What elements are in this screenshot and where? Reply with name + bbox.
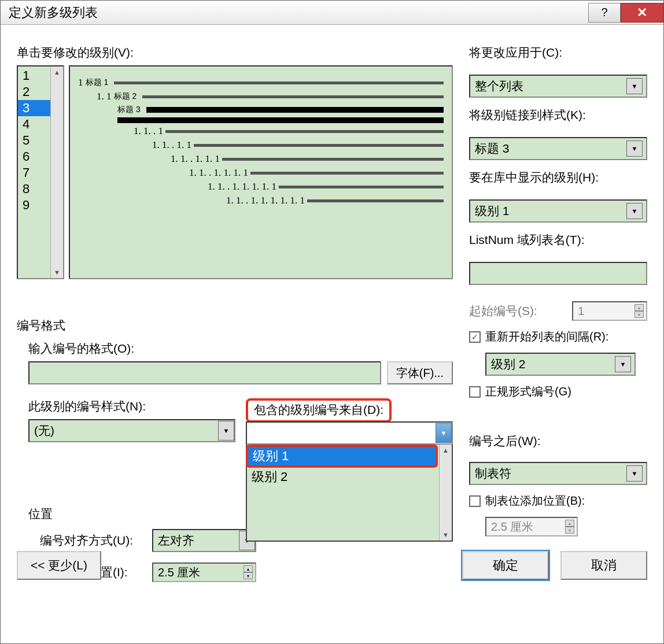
scroll-up-icon[interactable]: ▲ xyxy=(440,445,452,456)
include-from-select[interactable]: ▼ xyxy=(246,421,453,445)
apply-to-label: 将更改应用于(C): xyxy=(469,45,647,61)
follow-value: 制表符 xyxy=(475,465,511,482)
listnum-input[interactable] xyxy=(469,262,647,285)
preview-line: 1. 1. . 1. 1. 1 xyxy=(78,153,444,165)
legal-label: 正规形式编号(G) xyxy=(485,384,571,399)
dialog-title: 定义新多级列表 xyxy=(9,4,588,21)
tab-add-label: 制表位添加位置(B): xyxy=(485,493,585,509)
preview-line: 1. 1. . 1. 1. 1. 1. 1 xyxy=(78,181,444,193)
dropdown-option[interactable]: 级别 2 xyxy=(247,468,439,486)
preview-line: 1. 1. . 1. 1. 1. 1. 1. 1 xyxy=(78,195,444,206)
level-item[interactable]: 7 xyxy=(18,165,50,181)
cancel-button[interactable]: 取消 xyxy=(560,551,647,580)
ok-button[interactable]: 确定 xyxy=(462,551,549,580)
restart-checkbox[interactable]: ✓ xyxy=(469,331,481,343)
level-item[interactable]: 5 xyxy=(18,132,50,149)
restart-level-value: 级别 2 xyxy=(491,356,526,372)
start-at-spinner[interactable]: 1 ▲ ▼ xyxy=(572,301,647,321)
spin-up-icon[interactable]: ▲ xyxy=(635,304,644,311)
preview-pane: 1标题 11. 1标题 2标题 31. 1. . 11. 1. . 1. 11.… xyxy=(69,65,453,279)
link-style-label: 将级别链接到样式(K): xyxy=(469,107,647,123)
tab-add-spinner[interactable]: 2.5 厘米 ▲ ▼ xyxy=(485,517,578,536)
preview-line: 标题 3 xyxy=(78,105,444,115)
dropdown-arrow-icon: ▼ xyxy=(626,140,643,157)
titlebar: 定义新多级列表 ? ✕ xyxy=(1,1,663,25)
close-button[interactable]: ✕ xyxy=(621,3,663,23)
level-item[interactable]: 4 xyxy=(18,116,50,132)
level-item[interactable]: 2 xyxy=(18,84,50,100)
dropdown-arrow-icon: ▼ xyxy=(626,203,643,219)
link-style-select[interactable]: 标题 3 ▼ xyxy=(469,137,647,160)
restart-level-select[interactable]: 级别 2 ▼ xyxy=(485,353,636,376)
number-format-section-title: 编号格式 xyxy=(17,317,453,334)
gallery-level-select[interactable]: 级别 1 ▼ xyxy=(469,199,647,223)
apply-to-select[interactable]: 整个列表 ▼ xyxy=(469,75,647,98)
level-item[interactable]: 9 xyxy=(18,197,50,213)
level-list[interactable]: 123456789 ▲ ▼ xyxy=(17,65,64,279)
preview-line xyxy=(78,117,444,123)
dropdown-arrow-icon: ▼ xyxy=(626,78,643,94)
start-at-value: 1 xyxy=(578,305,584,318)
enter-format-label: 输入编号的格式(O): xyxy=(28,340,453,357)
include-from-highlight: 包含的级别编号来自(D): xyxy=(246,398,392,423)
dialog-define-multilevel-list: 定义新多级列表 ? ✕ 单击要修改的级别(V): 123456789 ▲ ▼ 1… xyxy=(0,0,664,644)
help-button[interactable]: ? xyxy=(588,3,621,23)
level-item[interactable]: 6 xyxy=(18,149,50,165)
gallery-level-label: 要在库中显示的级别(H): xyxy=(469,169,647,186)
start-at-label: 起始编号(S): xyxy=(469,303,566,319)
dropdown-arrow-icon: ▼ xyxy=(218,421,234,441)
align-value: 左对齐 xyxy=(158,532,194,549)
dropdown-arrow-icon: ▼ xyxy=(436,423,452,443)
follow-label: 编号之后(W): xyxy=(469,433,647,449)
include-from-label: 包含的级别编号来自(D): xyxy=(254,402,383,418)
dropdown-arrow-icon: ▼ xyxy=(615,356,631,372)
preview-line: 1. 1. . 1. 1 xyxy=(78,139,444,151)
spin-up-icon[interactable]: ▲ xyxy=(565,520,574,527)
preview-line: 1. 1. . 1. 1. 1. 1 xyxy=(78,167,444,179)
follow-select[interactable]: 制表符 ▼ xyxy=(469,462,647,485)
level-item[interactable]: 8 xyxy=(18,181,50,197)
align-label: 编号对齐方式(U): xyxy=(40,532,144,549)
scroll-down-icon[interactable]: ▼ xyxy=(440,529,452,541)
preview-line: 1标题 1 xyxy=(78,77,444,88)
listnum-label: ListNum 域列表名(T): xyxy=(469,232,647,248)
font-button[interactable]: 字体(F)... xyxy=(387,361,453,384)
scroll-down-icon[interactable]: ▼ xyxy=(51,267,63,278)
level-item[interactable]: 3 xyxy=(18,100,50,116)
dropdown-option[interactable]: 级别 1 xyxy=(246,445,438,468)
scroll-up-icon[interactable]: ▲ xyxy=(51,66,63,78)
include-from-dropdown[interactable]: ▼ 级别 1级别 2 ▲ ▼ xyxy=(246,421,453,542)
titlebar-buttons: ? ✕ xyxy=(588,3,663,23)
apply-to-value: 整个列表 xyxy=(475,78,523,94)
link-style-value: 标题 3 xyxy=(475,140,510,157)
preview-line: 1. 1. . 1 xyxy=(78,125,444,137)
less-button[interactable]: << 更少(L) xyxy=(17,551,101,580)
level-item[interactable]: 1 xyxy=(18,68,50,84)
level-scrollbar[interactable]: ▲ ▼ xyxy=(50,66,63,278)
number-style-label: 此级别的编号样式(N): xyxy=(28,398,235,414)
align-select[interactable]: 左对齐 ▼ xyxy=(152,529,256,552)
number-format-input[interactable] xyxy=(28,361,381,384)
tab-add-checkbox[interactable] xyxy=(469,495,481,507)
preview-line: 1. 1标题 2 xyxy=(78,91,444,102)
number-style-select[interactable]: (无) ▼ xyxy=(28,419,235,442)
spin-down-icon[interactable]: ▼ xyxy=(565,527,574,534)
click-level-label: 单击要修改的级别(V): xyxy=(17,45,453,61)
dialog-body: 单击要修改的级别(V): 123456789 ▲ ▼ 1标题 11. 1标题 2… xyxy=(1,25,663,594)
restart-label: 重新开始列表的间隔(R): xyxy=(485,329,608,345)
dropdown-arrow-icon: ▼ xyxy=(626,465,643,482)
legal-checkbox[interactable] xyxy=(469,386,481,398)
gallery-level-value: 级别 1 xyxy=(475,203,510,219)
number-style-value: (无) xyxy=(34,423,54,439)
spin-down-icon[interactable]: ▼ xyxy=(635,311,644,318)
dropdown-scrollbar[interactable]: ▲ ▼ xyxy=(439,445,452,541)
tab-add-value: 2.5 厘米 xyxy=(491,519,533,535)
